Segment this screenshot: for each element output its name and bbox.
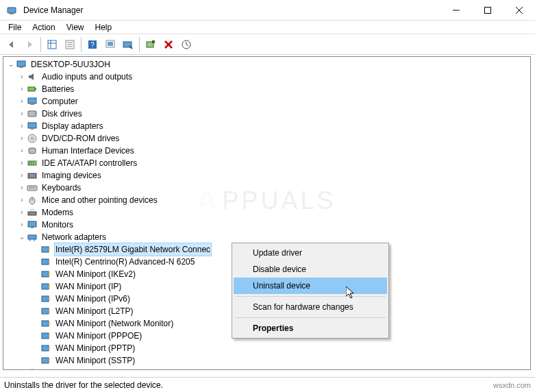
svg-rect-60 — [49, 285, 50, 288]
keyboard-icon — [27, 182, 38, 193]
tree-category[interactable]: ›DVD/CD-ROM drives — [3, 132, 530, 145]
network-icon — [27, 232, 38, 243]
tree-category[interactable]: ›Computer — [3, 95, 530, 108]
ctx-uninstall-device[interactable]: Uninstall device — [234, 278, 387, 294]
update-driver-button[interactable] — [178, 36, 195, 53]
tree-category[interactable]: ›Imaging devices — [3, 169, 530, 182]
tree-category[interactable]: ›Human Interface Devices — [3, 145, 530, 157]
help-button[interactable]: ? — [84, 36, 101, 53]
tree-category[interactable]: ⌄Network adapters — [3, 231, 530, 243]
svg-rect-31 — [28, 123, 36, 128]
menu-help[interactable]: Help — [90, 23, 118, 32]
tree-label: Imaging devices — [40, 169, 103, 182]
svg-rect-66 — [49, 322, 50, 325]
expand-icon[interactable]: › — [17, 132, 27, 145]
svg-rect-56 — [49, 260, 50, 263]
tree-category[interactable]: ›Modems — [3, 206, 530, 219]
tree-device[interactable]: WAN Miniport (PPTP) — [3, 342, 530, 354]
toolbar-separator — [81, 37, 82, 52]
expand-icon[interactable]: › — [17, 194, 27, 206]
ctx-update-driver[interactable]: Update driver — [234, 245, 387, 261]
battery-icon — [27, 84, 38, 95]
tree-label: Intel(R) 82579LM Gigabit Network Connec — [54, 243, 212, 256]
network-adapter-icon — [40, 318, 51, 329]
forward-button[interactable] — [21, 36, 38, 53]
properties-button[interactable] — [62, 36, 78, 53]
expand-icon[interactable]: › — [17, 145, 27, 157]
tree-category[interactable]: ›Monitors — [3, 219, 530, 231]
tree-label: Keyboards — [40, 182, 82, 194]
expand-icon[interactable]: ⌄ — [6, 58, 16, 71]
svg-rect-6 — [48, 40, 56, 49]
tree-label: Disk drives — [40, 108, 84, 120]
tree-category[interactable]: ›Mice and other pointing devices — [3, 194, 530, 206]
close-button[interactable] — [503, 0, 535, 21]
tree-category[interactable]: ⌄ ? Other devices — [3, 367, 530, 369]
svg-rect-50 — [28, 235, 36, 239]
menu-view[interactable]: View — [61, 23, 90, 32]
expand-icon[interactable]: ⌄ — [17, 231, 27, 243]
svg-rect-54 — [49, 248, 50, 251]
expand-icon[interactable]: › — [17, 83, 27, 95]
tree-category[interactable]: ›Disk drives — [3, 108, 530, 120]
network-adapter-icon — [40, 256, 51, 267]
svg-rect-32 — [31, 128, 34, 130]
tree-category[interactable]: ›Batteries — [3, 83, 530, 95]
expand-icon[interactable]: › — [17, 108, 27, 120]
window-title: Device Manager — [23, 5, 83, 15]
ctx-disable-device[interactable]: Disable device — [234, 261, 387, 278]
tree-label: Display adapters — [40, 120, 104, 132]
audio-icon — [27, 71, 38, 82]
svg-rect-71 — [42, 358, 49, 363]
svg-rect-27 — [28, 98, 36, 103]
expand-icon[interactable]: › — [17, 182, 27, 194]
svg-rect-70 — [49, 347, 50, 350]
network-adapter-icon — [40, 306, 51, 317]
ctx-scan-hardware[interactable]: Scan for hardware changes — [234, 299, 387, 315]
tree-category[interactable]: ›Keyboards — [3, 182, 530, 194]
tree-root[interactable]: ⌄ DESKTOP-5UU3JOH — [3, 58, 530, 71]
tree-label: DVD/CD-ROM drives — [40, 132, 121, 145]
add-driver-button[interactable] — [142, 36, 159, 53]
titlebar: Device Manager — [0, 0, 535, 21]
network-adapter-icon — [40, 269, 51, 280]
tree-label: IDE ATA/ATAPI controllers — [40, 157, 138, 169]
expand-icon[interactable]: › — [17, 120, 27, 132]
menu-action[interactable]: Action — [27, 23, 60, 32]
expand-icon[interactable]: ⌄ — [17, 367, 27, 369]
svg-rect-24 — [19, 66, 23, 68]
minimize-button[interactable] — [440, 0, 472, 21]
tree-device[interactable]: WAN Miniport (SSTP) — [3, 354, 530, 367]
show-hidden-button[interactable] — [44, 36, 60, 53]
monitor-icon — [27, 219, 38, 230]
menu-file[interactable]: File — [3, 23, 27, 32]
tree-label: Mice and other pointing devices — [40, 194, 159, 206]
network-adapter-icon — [40, 281, 51, 292]
scan-button[interactable] — [120, 36, 136, 53]
tree-category[interactable]: ›Display adapters — [3, 120, 530, 132]
expand-icon[interactable]: › — [17, 206, 27, 219]
svg-rect-26 — [35, 88, 36, 90]
dvd-icon — [27, 133, 38, 144]
expand-icon[interactable]: › — [17, 95, 27, 108]
tree-category[interactable]: ›Audio inputs and outputs — [3, 71, 530, 83]
svg-rect-3 — [485, 7, 491, 13]
statusbar: Uninstalls the driver for the selected d… — [0, 377, 535, 392]
svg-rect-64 — [49, 310, 50, 313]
tree-category[interactable]: ›IDE ATA/ATAPI controllers — [3, 157, 530, 169]
ctx-properties[interactable]: Properties — [234, 320, 387, 336]
expand-icon[interactable]: › — [17, 157, 27, 169]
ctx-separator — [235, 296, 386, 297]
tree-label: Human Interface Devices — [40, 145, 136, 157]
uninstall-button[interactable] — [160, 36, 177, 53]
refresh-button[interactable] — [102, 36, 119, 53]
maximize-button[interactable] — [472, 0, 503, 21]
svg-rect-23 — [17, 61, 25, 66]
expand-icon[interactable]: › — [17, 71, 27, 83]
expand-icon[interactable]: › — [17, 169, 27, 182]
ide-icon — [27, 158, 38, 169]
tree-label: WAN Miniport (L2TP) — [54, 305, 135, 317]
back-button[interactable] — [3, 36, 20, 53]
tree-label: WAN Miniport (PPPOE) — [54, 330, 143, 342]
expand-icon[interactable]: › — [17, 219, 27, 231]
